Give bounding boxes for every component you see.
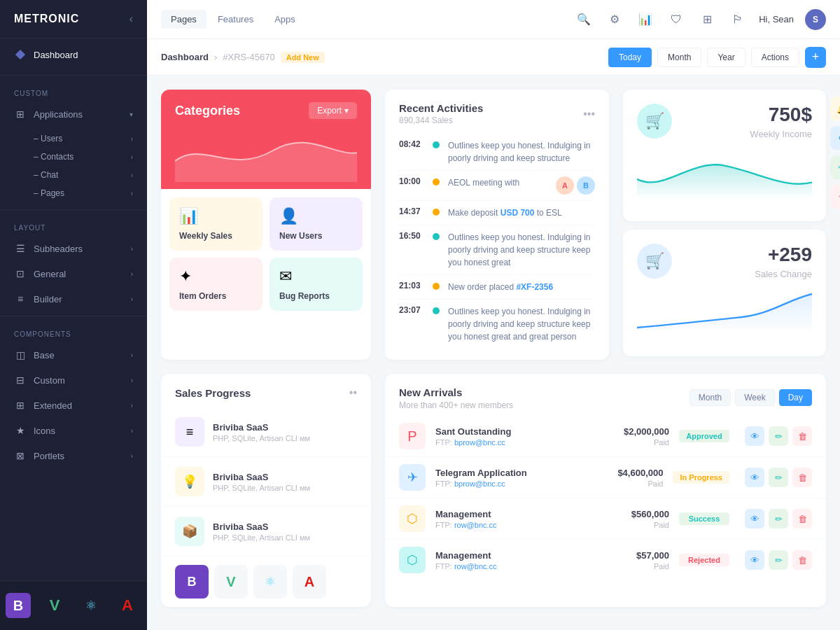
angular-icon[interactable]: A <box>109 585 146 626</box>
activity-time-1: 10:00 <box>399 176 424 186</box>
fw-vue2[interactable]: V <box>214 565 248 598</box>
btn-add[interactable]: + <box>805 47 826 68</box>
delete-btn-1[interactable]: 🗑 <box>792 468 812 487</box>
btn-actions[interactable]: Actions <box>751 48 799 67</box>
sub-pages-label: – Pages <box>34 188 64 198</box>
settings-icon[interactable]: ⚙ <box>605 10 624 29</box>
sales-avatar-1: 💡 <box>175 467 204 496</box>
sidebar-item-extended[interactable]: ⊞ Extended › <box>0 393 147 418</box>
fw-react2[interactable]: ⚛ <box>253 565 287 598</box>
send-icon[interactable]: ✈ <box>830 155 840 179</box>
notification-icon[interactable]: 🔔 <box>830 97 840 120</box>
activity-dot-2 <box>433 209 440 216</box>
activity-text-4: New order placed #XF-2356 <box>448 281 595 293</box>
nav-tabs: Pages Features Apps <box>161 10 305 29</box>
na-row-2: ⬡ Management FTP: row@bnc.cc $560,000 Pa… <box>385 498 826 540</box>
icons-label: Icons <box>34 426 55 436</box>
avatar-2: B <box>577 176 595 195</box>
sidebar-sub-pages[interactable]: – Pages › <box>34 184 133 202</box>
na-app-info-1: Telegram Application FTP: bprow@bnc.cc <box>435 468 590 488</box>
sidebar-sub-users[interactable]: – Users › <box>34 130 133 148</box>
sidebar-item-portlets[interactable]: ⊠ Portlets › <box>0 443 147 468</box>
nav-tab-features[interactable]: Features <box>208 10 263 29</box>
sidebar-sub-chat[interactable]: – Chat › <box>34 166 133 184</box>
view-btn-3[interactable]: 👁 <box>745 550 764 570</box>
breadcrumb-badge[interactable]: Add New <box>281 52 325 63</box>
delete-btn-0[interactable]: 🗑 <box>792 426 812 446</box>
na-amount-1: $4,600,000 Paid <box>600 468 663 488</box>
activity-item-2: 14:37 Make deposit USD 700 to ESL <box>399 201 595 225</box>
sidebar-item-applications[interactable]: ⊞ Applications ▾ <box>0 102 147 127</box>
edit-btn-2[interactable]: ✏ <box>769 509 788 528</box>
delete-btn-2[interactable]: 🗑 <box>792 509 812 528</box>
star-icon[interactable]: ★ <box>830 185 840 209</box>
activity-dot-4 <box>433 283 440 290</box>
na-actions-0: 👁 ✏ 🗑 <box>745 426 812 446</box>
cat-weekly-sales[interactable]: 📊 Weekly Sales <box>169 197 262 251</box>
view-btn-2[interactable]: 👁 <box>745 509 764 528</box>
framework-row: B V ⚛ A <box>161 556 371 607</box>
na-app-name-3: Management <box>435 550 596 561</box>
sidebar-item-icons[interactable]: ★ Icons › <box>0 418 147 443</box>
status-badge-2: Success <box>679 512 729 525</box>
sidebar-item-builder[interactable]: ≡ Builder › <box>0 286 147 312</box>
sidebar-item-dashboard[interactable]: Dashboard <box>0 38 147 71</box>
export-button[interactable]: Export ▾ <box>309 102 357 119</box>
grid-icon[interactable]: ⊞ <box>697 10 717 29</box>
nav-tab-pages[interactable]: Pages <box>161 10 206 29</box>
na-tab-day[interactable]: Day <box>779 389 812 406</box>
sidebar-item-subheaders[interactable]: ☰ Subheaders › <box>0 236 147 261</box>
sidebar-item-base[interactable]: ◫ Base › <box>0 342 147 368</box>
na-tab-week[interactable]: Week <box>735 389 774 406</box>
chevron-right-icon8: › <box>131 427 133 435</box>
view-btn-1[interactable]: 👁 <box>745 468 764 487</box>
fw-bootstrap[interactable]: B <box>175 565 209 598</box>
framework-bar: B V ⚛ A <box>0 580 147 630</box>
edit-btn-3[interactable]: ✏ <box>769 550 788 570</box>
btn-today[interactable]: Today <box>608 48 652 67</box>
sidebar-sub-contacts[interactable]: – Contacts › <box>34 148 133 166</box>
shield-icon[interactable]: 🛡 <box>666 10 686 29</box>
sidebar-item-custom[interactable]: ⊟ Custom › <box>0 368 147 393</box>
custom-section-label: CUSTOM <box>0 80 147 102</box>
nav-tab-apps[interactable]: Apps <box>265 10 305 29</box>
chart-icon[interactable]: 📊 <box>636 10 655 29</box>
settings-icon2[interactable]: ⚙ <box>830 126 840 150</box>
sidebar-toggle[interactable]: ‹ <box>130 13 133 25</box>
card-menu-icon[interactable]: ••• <box>583 108 595 120</box>
edit-btn-1[interactable]: ✏ <box>769 468 788 487</box>
chevron-right-icon7: › <box>131 402 133 410</box>
sales-progress-menu[interactable]: •• <box>349 386 357 399</box>
bootstrap-icon[interactable]: B <box>0 585 36 626</box>
edit-btn-0[interactable]: ✏ <box>769 426 788 446</box>
react-icon[interactable]: ⚛ <box>73 585 109 626</box>
btn-month[interactable]: Month <box>657 48 701 67</box>
fw-angular2[interactable]: A <box>293 565 326 598</box>
flag-icon[interactable]: 🏳 <box>728 10 748 29</box>
vue-icon[interactable]: V <box>36 585 73 626</box>
delete-btn-3[interactable]: 🗑 <box>792 550 812 570</box>
builder-icon: ≡ <box>14 293 27 305</box>
activity-text-2: Make deposit USD 700 to ESL <box>448 206 595 219</box>
user-avatar[interactable]: S <box>805 9 826 30</box>
main-content: Pages Features Apps 🔍 ⚙ 📊 🛡 ⊞ 🏳 Hi, Sean… <box>147 0 840 630</box>
btn-year[interactable]: Year <box>707 48 745 67</box>
cat-new-users[interactable]: 👤 New Users <box>270 197 363 251</box>
user-plus-icon: 👤 <box>279 207 353 225</box>
activity-time-5: 23:07 <box>399 305 424 315</box>
view-btn-0[interactable]: 👁 <box>745 426 764 446</box>
cat-bug-reports[interactable]: ✉ Bug Reports <box>270 258 363 311</box>
chevron-right-icon: › <box>131 153 133 161</box>
na-tab-month[interactable]: Month <box>690 389 731 406</box>
row-2: Sales Progress •• ≡ Briviba SaaS PHP, SQ… <box>161 374 826 607</box>
sidebar-item-general[interactable]: ⊡ General › <box>0 261 147 286</box>
na-paid-2: Paid <box>606 521 669 529</box>
activities-header: Recent Activities 890,344 Sales ••• <box>385 90 609 134</box>
search-icon[interactable]: 🔍 <box>574 10 594 29</box>
na-app-info-0: Sant Outstanding FTP: bprow@bnc.cc <box>435 426 596 447</box>
cat-item-orders[interactable]: ✦ Item Orders <box>169 258 262 311</box>
sales-item-0: ≡ Briviba SaaS PHP, SQLite, Artisan CLI … <box>161 407 371 457</box>
row-1: Categories Export ▾ <box>161 90 826 360</box>
na-app-icon-1: ✈ <box>399 464 426 491</box>
sales-sub-0: PHP, SQLite, Artisan CLI мм <box>213 434 357 442</box>
